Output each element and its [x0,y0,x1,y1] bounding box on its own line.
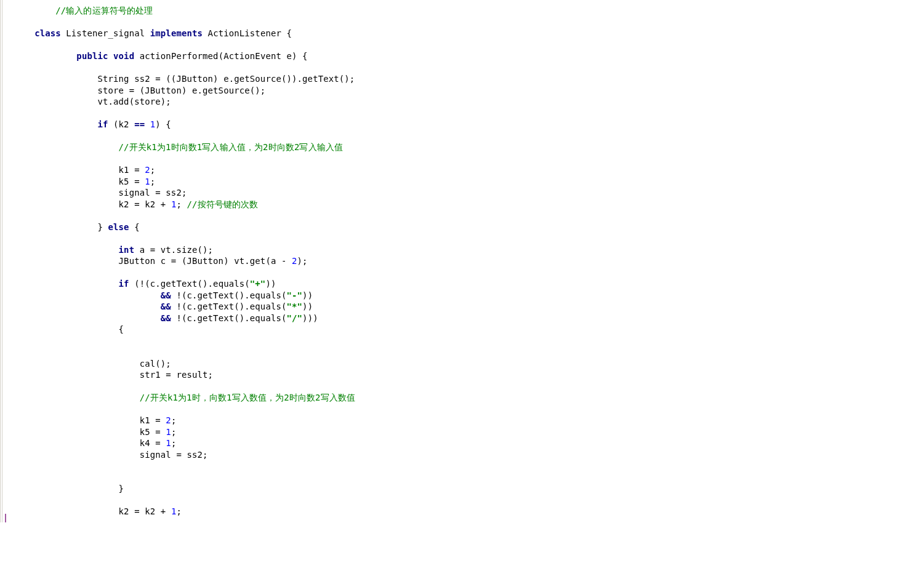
code-block: //输入的运算符号的处理 class Listener_signal imple… [14,5,924,517]
gutter [0,0,2,522]
code-editor: //输入的运算符号的处理 class Listener_signal imple… [0,0,924,522]
caret-mark [5,514,6,522]
